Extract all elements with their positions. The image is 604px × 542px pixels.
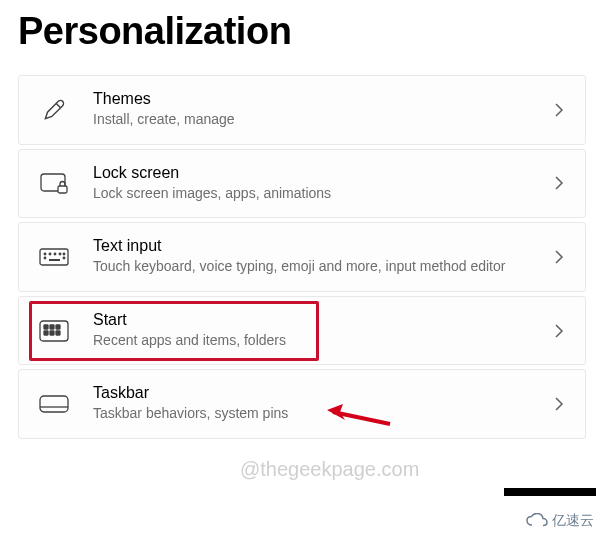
item-content: Start Recent apps and items, folders — [93, 311, 551, 351]
settings-item-text-input[interactable]: Text input Touch keyboard, voice typing,… — [18, 222, 586, 292]
svg-point-9 — [63, 257, 65, 259]
watermark-logo: 亿速云 — [526, 512, 594, 530]
keyboard-icon — [33, 246, 75, 268]
item-subtitle: Recent apps and items, folders — [93, 331, 551, 351]
chevron-right-icon — [551, 324, 567, 338]
item-subtitle: Install, create, manage — [93, 110, 551, 130]
item-subtitle: Taskbar behaviors, system pins — [93, 404, 551, 424]
item-title: Text input — [93, 237, 551, 255]
paintbrush-icon — [33, 97, 75, 123]
svg-rect-12 — [44, 325, 48, 329]
settings-item-start[interactable]: Start Recent apps and items, folders — [18, 296, 586, 366]
settings-item-taskbar[interactable]: Taskbar Taskbar behaviors, system pins — [18, 369, 586, 439]
chevron-right-icon — [551, 103, 567, 117]
chevron-right-icon — [551, 176, 567, 190]
start-menu-icon — [33, 319, 75, 343]
item-title: Themes — [93, 90, 551, 108]
page-title: Personalization — [18, 10, 586, 53]
item-title: Lock screen — [93, 164, 551, 182]
chevron-right-icon — [551, 397, 567, 411]
svg-rect-13 — [50, 325, 54, 329]
item-content: Lock screen Lock screen images, apps, an… — [93, 164, 551, 204]
svg-point-3 — [44, 253, 46, 255]
watermark-bar — [504, 488, 596, 496]
svg-point-4 — [49, 253, 51, 255]
item-subtitle: Touch keyboard, voice typing, emoji and … — [93, 257, 551, 277]
lock-screen-icon — [33, 170, 75, 196]
svg-rect-14 — [56, 325, 60, 329]
svg-rect-1 — [58, 186, 67, 193]
svg-point-7 — [63, 253, 65, 255]
item-content: Themes Install, create, manage — [93, 90, 551, 130]
item-content: Taskbar Taskbar behaviors, system pins — [93, 384, 551, 424]
item-title: Start — [93, 311, 551, 329]
settings-list: Themes Install, create, manage Lock scre… — [18, 75, 586, 439]
watermark-text: @thegeekpage.com — [240, 458, 419, 481]
svg-rect-15 — [44, 331, 48, 335]
svg-point-8 — [44, 257, 46, 259]
svg-point-6 — [59, 253, 61, 255]
svg-point-5 — [54, 253, 56, 255]
item-content: Text input Touch keyboard, voice typing,… — [93, 237, 551, 277]
svg-rect-16 — [50, 331, 54, 335]
svg-rect-17 — [56, 331, 60, 335]
settings-item-themes[interactable]: Themes Install, create, manage — [18, 75, 586, 145]
chevron-right-icon — [551, 250, 567, 264]
item-subtitle: Lock screen images, apps, animations — [93, 184, 551, 204]
settings-item-lock-screen[interactable]: Lock screen Lock screen images, apps, an… — [18, 149, 586, 219]
taskbar-icon — [33, 393, 75, 415]
svg-rect-18 — [40, 396, 68, 412]
item-title: Taskbar — [93, 384, 551, 402]
